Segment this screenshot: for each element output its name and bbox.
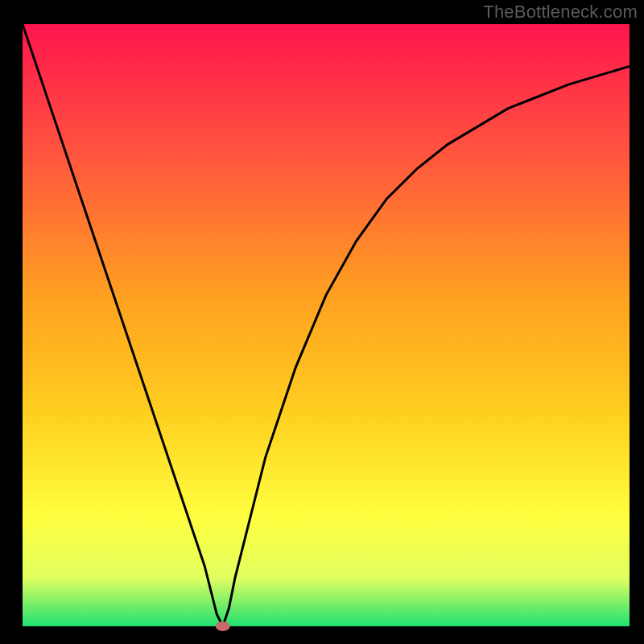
chart-container: TheBottleneck.com xyxy=(0,0,644,644)
chart-minimum-marker xyxy=(216,621,230,631)
bottleneck-chart xyxy=(0,0,644,644)
chart-plot-area xyxy=(23,24,630,626)
watermark-text: TheBottleneck.com xyxy=(483,2,638,23)
